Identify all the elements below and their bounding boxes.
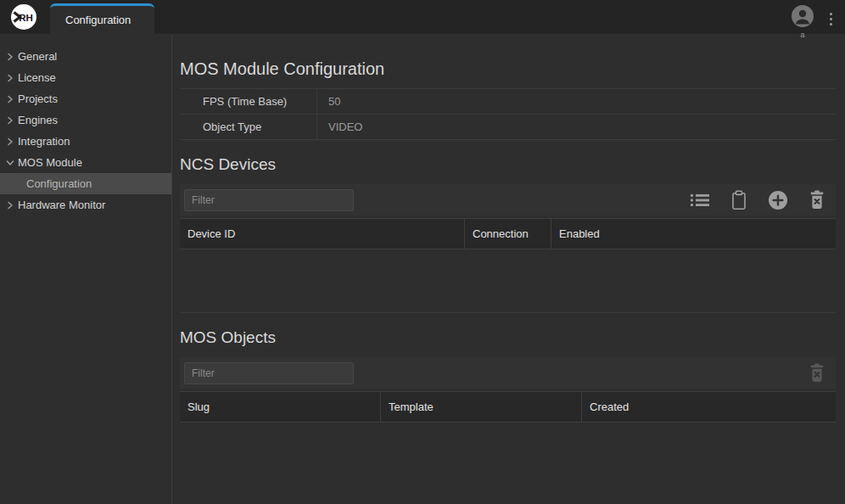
sidebar-item-license[interactable]: License (0, 67, 171, 88)
sidebar-item-label: Integration (18, 135, 70, 148)
delete-icon[interactable] (807, 363, 827, 384)
main-content: MOS Module Configuration FPS (Time Base)… (172, 34, 845, 504)
paste-icon[interactable] (729, 190, 749, 210)
sidebar-item-label: Configuration (26, 177, 92, 190)
column-header-enabled[interactable]: Enabled (551, 219, 836, 249)
sidebar-item-engines[interactable]: Engines (0, 109, 171, 131)
list-icon[interactable] (690, 190, 710, 210)
chevron-down-icon (6, 159, 14, 167)
mos-objects-toolbar-icons (807, 363, 827, 384)
sidebar-item-integration[interactable]: Integration (0, 131, 171, 152)
topbar-right: a (789, 0, 838, 34)
sidebar-nav: General License Projects Engines Integra… (0, 34, 172, 504)
ncs-devices-table-body (180, 249, 836, 313)
config-label: Object Type (180, 115, 317, 139)
module-config-table: FPS (Time Base) 50 Object Type VIDEO (180, 88, 836, 140)
mos-objects-toolbar (180, 357, 836, 389)
config-row-object-type: Object Type VIDEO (180, 115, 836, 140)
ncs-devices-title: NCS Devices (180, 154, 836, 175)
page-title: MOS Module Configuration (180, 58, 836, 81)
config-value-object-type[interactable]: VIDEO (317, 115, 362, 139)
column-header-template[interactable]: Template (381, 392, 582, 422)
tab-configuration[interactable]: Configuration (50, 3, 154, 34)
sidebar-item-label: Projects (18, 92, 58, 105)
ncs-devices-toolbar (180, 184, 836, 216)
sidebar-item-mos-module[interactable]: MOS Module (0, 152, 171, 173)
user-avatar-icon (792, 5, 814, 31)
column-header-created[interactable]: Created (582, 392, 836, 422)
chevron-right-icon (6, 74, 14, 82)
user-name-label: a (800, 31, 804, 39)
config-value-fps[interactable]: 50 (317, 89, 340, 114)
chevron-right-icon (6, 95, 14, 104)
sidebar-item-label: License (18, 71, 56, 84)
mos-objects-title: MOS Objects (180, 327, 836, 348)
top-bar: RH Configuration a (0, 0, 845, 34)
chevron-right-icon (6, 116, 14, 125)
config-row-fps: FPS (Time Base) 50 (180, 89, 836, 115)
ncs-devices-filter-input[interactable] (184, 189, 354, 211)
sidebar-item-label: Engines (18, 114, 58, 126)
chevron-right-icon (6, 137, 14, 146)
chevron-right-icon (6, 201, 14, 210)
svg-text:RH: RH (19, 13, 33, 23)
sidebar-item-label: General (18, 50, 57, 63)
sidebar-item-general[interactable]: General (0, 46, 171, 67)
delete-icon[interactable] (807, 190, 827, 210)
sidebar-item-label: MOS Module (18, 156, 82, 169)
column-header-connection[interactable]: Connection (465, 219, 551, 249)
ncs-devices-header-row: Device ID Connection Enabled (180, 218, 836, 249)
sidebar-item-projects[interactable]: Projects (0, 88, 171, 109)
sidebar-item-hardware-monitor[interactable]: Hardware Monitor (0, 194, 171, 216)
kebab-menu-icon[interactable] (823, 7, 838, 31)
user-menu[interactable]: a (789, 5, 816, 39)
mos-objects-header-row: Slug Template Created (180, 391, 836, 423)
sidebar-item-label: Hardware Monitor (18, 199, 105, 211)
rh-logo-icon: RH (11, 4, 36, 30)
mos-objects-filter-input[interactable] (184, 362, 354, 384)
mos-objects-table-body (180, 423, 836, 504)
chevron-right-icon (6, 53, 14, 61)
app-window: RH Configuration a (0, 0, 845, 504)
config-label: FPS (Time Base) (180, 89, 317, 114)
body-row: General License Projects Engines Integra… (0, 34, 845, 504)
add-icon[interactable] (768, 190, 788, 210)
ncs-devices-toolbar-icons (690, 190, 827, 210)
column-header-slug[interactable]: Slug (180, 392, 381, 422)
sidebar-item-configuration[interactable]: Configuration (0, 173, 171, 194)
tab-label: Configuration (65, 14, 131, 26)
column-header-device-id[interactable]: Device ID (180, 219, 465, 249)
